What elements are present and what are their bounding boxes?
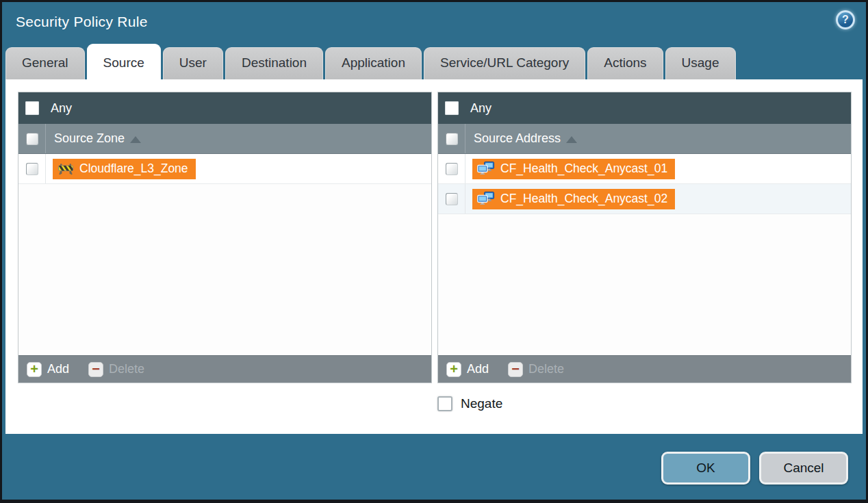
object-tag[interactable]: Cloudflare_L3_Zone [53, 159, 196, 179]
tab-destination[interactable]: Destination [225, 47, 323, 79]
below-panels: Negate [18, 396, 852, 411]
panel-source-address: Any Source Address [437, 92, 852, 383]
select-all-checkbox[interactable] [446, 133, 458, 145]
object-tag[interactable]: CF_Health_Check_Anycast_01 [472, 159, 675, 179]
select-all-cell [18, 124, 46, 153]
minus-icon: − [88, 362, 103, 377]
any-checkbox[interactable] [445, 101, 459, 115]
sort-asc-icon [566, 136, 577, 143]
row-checkbox-cell [438, 184, 465, 214]
object-tag[interactable]: CF_Health_Check_Anycast_02 [472, 189, 675, 209]
column-title[interactable]: Source Zone [54, 131, 141, 146]
plus-icon: + [27, 362, 42, 377]
any-header: Any [18, 92, 431, 124]
panels: Any Source Zone [18, 92, 852, 383]
add-button[interactable]: + Add [27, 362, 69, 377]
list-item: Cloudflare_L3_Zone [18, 154, 431, 184]
add-label: Add [467, 362, 489, 376]
tab-label: Usage [682, 55, 719, 70]
minus-icon: − [508, 362, 523, 377]
list-item: CF_Health_Check_Anycast_01 [438, 154, 851, 184]
panel-footer: + Add − Delete [18, 355, 431, 383]
column-title-label: Source Zone [54, 131, 125, 146]
any-label: Any [470, 101, 492, 116]
delete-button[interactable]: − Delete [508, 362, 564, 377]
address-icon [477, 162, 495, 176]
tab-bar: GeneralSourceUserDestinationApplicationS… [2, 42, 866, 79]
tab-label: Actions [604, 55, 646, 70]
negate-row: Negate [437, 396, 852, 411]
zone-icon [58, 162, 74, 175]
tab-label: Application [342, 55, 405, 70]
row-checkbox[interactable] [26, 163, 38, 175]
tab-general[interactable]: General [5, 47, 85, 79]
object-label: CF_Health_Check_Anycast_02 [500, 192, 667, 206]
plus-icon: + [446, 362, 461, 377]
row-checkbox[interactable] [446, 193, 458, 205]
add-label: Add [47, 362, 69, 376]
select-all-cell [438, 124, 465, 153]
column-title[interactable]: Source Address [474, 131, 577, 146]
tab-actions[interactable]: Actions [587, 47, 663, 79]
help-icon[interactable]: ? [836, 10, 855, 29]
delete-button[interactable]: − Delete [88, 362, 144, 377]
tab-label: Destination [242, 55, 307, 70]
tab-label: General [22, 55, 68, 70]
any-label: Any [51, 101, 72, 116]
dialog-content: Any Source Zone [5, 79, 863, 434]
panel-source-zone: Any Source Zone [18, 92, 432, 383]
any-header: Any [438, 92, 851, 124]
tab-label: Source [103, 55, 144, 70]
dialog-actions: OK Cancel [661, 452, 848, 485]
column-title-label: Source Address [474, 131, 561, 146]
tab-label: User [179, 55, 207, 70]
object-label: CF_Health_Check_Anycast_01 [500, 162, 667, 176]
page-title: Security Policy Rule [16, 14, 148, 30]
tab-source[interactable]: Source [87, 44, 161, 79]
tab-service-url-category[interactable]: Service/URL Category [424, 47, 585, 79]
column-header: Source Address [438, 124, 851, 154]
sort-asc-icon [130, 136, 141, 143]
tab-application[interactable]: Application [325, 47, 422, 79]
negate-label: Negate [461, 396, 502, 411]
rows-list: CF_Health_Check_Anycast_01 CF_Health_Che… [438, 154, 851, 355]
row-checkbox-cell [438, 154, 465, 183]
any-checkbox[interactable] [25, 101, 39, 115]
titlebar: Security Policy Rule ? [2, 2, 866, 42]
security-policy-rule-dialog: Security Policy Rule ? GeneralSourceUser… [0, 0, 868, 503]
column-header: Source Zone [18, 124, 431, 154]
tab-label: Service/URL Category [440, 55, 569, 70]
spacer [18, 396, 432, 411]
ok-button[interactable]: OK [661, 452, 750, 485]
panel-footer: + Add − Delete [438, 355, 851, 383]
delete-label: Delete [528, 362, 564, 376]
rows-list: Cloudflare_L3_Zone [18, 154, 431, 355]
object-label: Cloudflare_L3_Zone [79, 162, 188, 176]
add-button[interactable]: + Add [446, 362, 489, 377]
row-checkbox[interactable] [446, 163, 458, 175]
cancel-button[interactable]: Cancel [759, 452, 848, 485]
delete-label: Delete [109, 362, 144, 376]
row-checkbox-cell [18, 154, 46, 183]
address-icon [477, 192, 495, 206]
select-all-checkbox[interactable] [26, 133, 38, 145]
negate-checkbox[interactable] [437, 396, 452, 411]
tab-usage[interactable]: Usage [665, 47, 736, 79]
tab-user[interactable]: User [163, 47, 223, 79]
list-item: CF_Health_Check_Anycast_02 [438, 184, 851, 214]
